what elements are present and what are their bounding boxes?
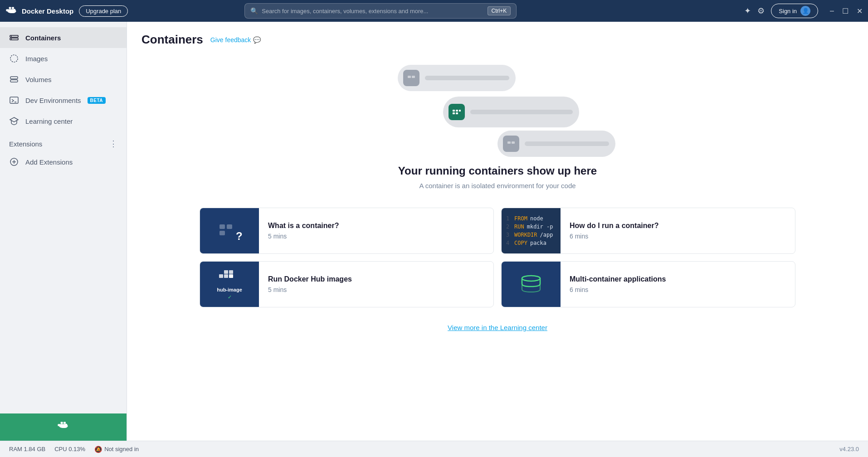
ram-label: RAM 1.84 GB <box>9 446 45 452</box>
cpu-status: CPU 0.13% <box>54 446 85 452</box>
card-docker-hub[interactable]: hub-image ✓ Run Docker Hub images 5 mins <box>200 261 494 307</box>
svg-rect-34 <box>227 224 232 229</box>
titlebar: Docker Desktop Upgrade plan 🔍 Search for… <box>0 0 868 22</box>
extensions-menu-icon[interactable]: ⋮ <box>109 139 117 149</box>
svg-rect-28 <box>459 110 461 112</box>
svg-rect-39 <box>229 274 233 278</box>
svg-rect-33 <box>219 224 225 229</box>
svg-point-9 <box>11 39 12 39</box>
maximize-button[interactable]: ☐ <box>842 7 848 15</box>
extensions-icon[interactable]: ✦ <box>744 6 751 16</box>
sidebar-item-containers[interactable]: Containers <box>0 27 127 48</box>
card-how-to-run[interactable]: 1 FROM node 2 RUN mkdir -p 3 WORKDIR <box>501 208 795 254</box>
svg-rect-26 <box>453 110 455 112</box>
svg-rect-32 <box>512 141 515 144</box>
learning-center-icon <box>9 116 19 126</box>
illustration-container <box>371 60 624 151</box>
version-label: v4.23.0 <box>839 446 859 452</box>
signin-button[interactable]: Sign in 👤 <box>771 4 818 18</box>
settings-icon[interactable]: ⚙ <box>757 6 765 16</box>
window-controls: – ☐ ✕ <box>830 7 863 15</box>
not-signed-label: Not signed in <box>104 446 139 452</box>
card-thumb-hub: hub-image ✓ <box>200 262 259 307</box>
cards-grid: ? What is a container? 5 mins 1 FROM <box>200 208 795 307</box>
view-more-link[interactable]: View more in the Learning center <box>448 324 547 331</box>
give-feedback-link[interactable]: Give feedback 💬 <box>210 36 261 44</box>
search-icon: 🔍 <box>250 7 258 15</box>
sidebar-item-learning-center[interactable]: Learning center <box>0 111 127 131</box>
svg-rect-24 <box>408 76 411 78</box>
container-question-icon: ? <box>216 217 243 244</box>
card-body-1: What is a container? 5 mins <box>259 208 348 253</box>
svg-rect-11 <box>10 77 18 79</box>
empty-state: Your running containers show up here A c… <box>127 156 868 203</box>
search-bar[interactable]: 🔍 Search for images, containers, volumes… <box>244 3 517 19</box>
titlebar-actions: ✦ ⚙ Sign in 👤 – ☐ ✕ <box>744 4 863 18</box>
close-button[interactable]: ✕ <box>857 7 863 15</box>
svg-rect-22 <box>60 422 63 424</box>
sidebar-item-volumes[interactable]: Volumes <box>0 69 127 90</box>
statusbar: RAM 1.84 GB CPU 0.13% 🔕 Not signed in v4… <box>0 441 868 457</box>
card-multi-container[interactable]: Multi-container applications 6 mins <box>501 261 795 307</box>
card-thumb-code: 1 FROM node 2 RUN mkdir -p 3 WORKDIR <box>502 208 561 253</box>
pill-1-icon <box>403 70 419 86</box>
volumes-icon <box>9 74 19 84</box>
svg-rect-31 <box>507 141 511 144</box>
card-body-2: How do I run a container? 6 mins <box>561 208 668 253</box>
code-line-1: 1 FROM node <box>506 215 543 222</box>
card-title-3: Run Docker Hub images <box>268 275 352 283</box>
sidebar-item-images-label: Images <box>25 55 48 63</box>
svg-rect-30 <box>456 112 458 114</box>
main-layout: Containers Images Volumes <box>0 22 868 441</box>
pill-2-line <box>470 110 573 114</box>
card-duration-2: 6 mins <box>570 233 658 240</box>
pill-3-line <box>525 141 609 146</box>
ram-status: RAM 1.84 GB <box>9 446 45 452</box>
content-area: Containers Give feedback 💬 <box>127 22 868 441</box>
whale-footer-icon <box>57 421 70 433</box>
card-duration-4: 6 mins <box>570 286 666 293</box>
hub-thumb-content: hub-image ✓ <box>217 269 242 300</box>
pill-1-line <box>425 76 509 80</box>
card-what-is-container[interactable]: ? What is a container? 5 mins <box>200 208 494 254</box>
card-title-2: How do I run a container? <box>570 222 658 230</box>
containers-icon <box>9 33 19 43</box>
sidebar-nav: Containers Images Volumes <box>0 22 127 177</box>
sidebar-item-containers-label: Containers <box>25 34 61 42</box>
hero-illustration <box>127 47 868 156</box>
card-thumb-question: ? <box>200 208 259 253</box>
search-shortcut: Ctrl+K <box>488 6 511 15</box>
card-body-3: Run Docker Hub images 5 mins <box>259 262 361 307</box>
pill-3 <box>497 131 615 157</box>
learning-cards-section: ? What is a container? 5 mins 1 FROM <box>127 203 868 316</box>
sidebar-item-dev-environments[interactable]: Dev Environments BETA <box>0 90 127 111</box>
minimize-button[interactable]: – <box>830 7 834 15</box>
extensions-label: Extensions <box>9 140 42 148</box>
svg-rect-23 <box>63 422 66 424</box>
images-icon <box>9 53 19 63</box>
svg-rect-29 <box>453 112 455 114</box>
pill-3-icon <box>503 136 519 152</box>
svg-rect-37 <box>219 274 223 278</box>
hub-label-text: hub-image <box>217 287 242 292</box>
card-title-4: Multi-container applications <box>570 275 666 283</box>
upgrade-plan-button[interactable]: Upgrade plan <box>79 5 128 17</box>
empty-state-title: Your running containers show up here <box>141 165 853 177</box>
hub-verified: ✓ <box>228 294 232 300</box>
search-placeholder-text: Search for images, containers, volumes, … <box>262 8 428 15</box>
svg-rect-35 <box>219 231 225 235</box>
svg-point-10 <box>10 55 18 62</box>
add-extensions-item[interactable]: Add Extensions <box>0 152 127 171</box>
pill-1 <box>398 65 516 91</box>
view-more-section: View more in the Learning center <box>127 316 868 339</box>
add-extensions-icon <box>9 157 19 167</box>
sidebar-footer <box>0 413 127 441</box>
page-title: Containers <box>141 33 203 47</box>
avatar: 👤 <box>800 6 810 16</box>
sidebar-item-images[interactable]: Images <box>0 48 127 69</box>
svg-rect-40 <box>224 270 228 274</box>
dev-environments-icon <box>9 95 19 105</box>
svg-point-42 <box>522 276 540 281</box>
docker-logo-icon <box>5 5 18 17</box>
pill-2 <box>443 97 579 127</box>
